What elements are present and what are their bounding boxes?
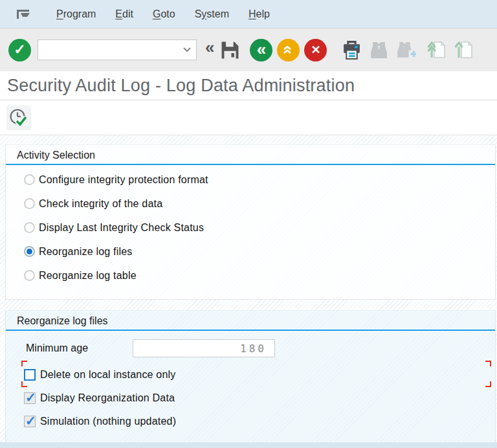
radio-unselected-icon[interactable]	[24, 222, 35, 233]
minimum-age-input[interactable]	[133, 339, 275, 357]
menu-goto[interactable]: Goto	[153, 8, 175, 20]
checkbox-label: Simulation (nothing updated)	[40, 416, 176, 427]
checkbox-row[interactable]: Delete on local instance only	[6, 363, 495, 386]
menu-help[interactable]: Help	[248, 8, 270, 20]
reorg-checkboxes: Delete on local instance onlyDisplay Reo…	[6, 363, 495, 433]
minimum-age-row: Minimum age	[6, 339, 495, 358]
page-up-icon	[454, 39, 474, 60]
menu-program[interactable]: Program	[56, 8, 96, 20]
page-title: Security Audit Log - Log Data Administra…	[7, 76, 355, 96]
command-input[interactable]	[38, 40, 183, 60]
bottom-strip	[0, 442, 497, 448]
radio-option-row[interactable]: Reorganize log table	[6, 263, 495, 287]
radio-label: Check integrity of the data	[39, 198, 162, 210]
minimum-age-label: Minimum age	[26, 342, 133, 354]
menu-system[interactable]: System	[195, 8, 229, 20]
print-button[interactable]	[341, 39, 362, 61]
chevron-down-icon[interactable]	[183, 47, 191, 52]
group-title: Activity Selection	[6, 145, 495, 165]
floppy-disk-icon	[220, 40, 240, 60]
find-button[interactable]	[369, 40, 389, 60]
system-menu-icon[interactable]	[16, 8, 32, 20]
radio-unselected-icon[interactable]	[24, 174, 35, 185]
enter-button[interactable]: ✓	[8, 39, 31, 62]
collapse-command-field-icon[interactable]: «	[205, 39, 214, 58]
group-reorganize-log-files: Reorganize log files Minimum age Delete …	[5, 310, 496, 442]
checkbox-checked-icon[interactable]	[24, 392, 36, 404]
binoculars-icon	[369, 40, 389, 60]
radio-option-row[interactable]: Configure integrity protection format	[6, 168, 495, 192]
menubar-items: ProgramEditGotoSystemHelp	[37, 8, 270, 20]
checkbox-row[interactable]: Display Reorganization Data	[6, 386, 495, 410]
checkbox-row[interactable]: Simulation (nothing updated)	[6, 410, 495, 433]
radio-unselected-icon[interactable]	[24, 198, 35, 209]
checkbox-unchecked-icon[interactable]	[24, 369, 36, 381]
checkbox-label: Display Reorganization Data	[40, 392, 175, 404]
execute-button[interactable]	[6, 106, 31, 130]
radio-selected-icon[interactable]	[24, 246, 35, 257]
radio-option-row[interactable]: Reorganize log files	[6, 240, 495, 263]
menu-edit[interactable]: Edit	[115, 8, 133, 20]
double-chevron-up-icon: «	[280, 45, 297, 54]
radio-option-row[interactable]: Display Last Integrity Check Status	[6, 216, 495, 240]
activity-options: Configure integrity protection formatChe…	[6, 165, 495, 299]
menu-bar: ProgramEditGotoSystemHelp	[0, 0, 497, 28]
back-icon: «	[257, 41, 266, 58]
radio-option-row[interactable]: Check integrity of the data	[6, 192, 495, 216]
title-bar: Security Audit Log - Log Data Administra…	[0, 71, 497, 100]
application-toolbar	[0, 100, 497, 135]
main-content: Activity Selection Configure integrity p…	[0, 135, 497, 442]
radio-label: Reorganize log files	[39, 246, 133, 258]
clock-execute-icon	[8, 107, 29, 128]
radio-unselected-icon[interactable]	[24, 270, 35, 281]
standard-toolbar: ✓ « « « ✕	[0, 28, 497, 71]
page-up-button[interactable]	[454, 39, 474, 60]
group-activity-selection: Activity Selection Configure integrity p…	[5, 144, 496, 300]
printer-icon	[341, 39, 362, 61]
checkbox-label: Delete on local instance only	[40, 369, 175, 381]
group-title: Reorganize log files	[6, 311, 495, 331]
x-icon: ✕	[311, 44, 320, 56]
radio-label: Display Last Integrity Check Status	[39, 222, 204, 234]
find-next-button[interactable]	[396, 40, 416, 60]
checkbox-checked-icon[interactable]	[24, 416, 36, 427]
double-chevron-left-icon: «	[205, 38, 214, 58]
exit-button[interactable]: «	[277, 39, 300, 62]
back-button[interactable]: «	[250, 39, 272, 62]
radio-label: Configure integrity protection format	[39, 174, 208, 186]
cancel-button[interactable]: ✕	[304, 39, 327, 62]
binoculars-plus-icon	[396, 40, 416, 60]
command-field[interactable]	[38, 39, 197, 60]
page-first-icon	[426, 39, 447, 60]
radio-label: Reorganize log table	[39, 270, 137, 282]
page-first-button[interactable]	[426, 39, 447, 60]
check-icon: ✓	[14, 43, 25, 57]
save-button[interactable]	[220, 40, 240, 60]
